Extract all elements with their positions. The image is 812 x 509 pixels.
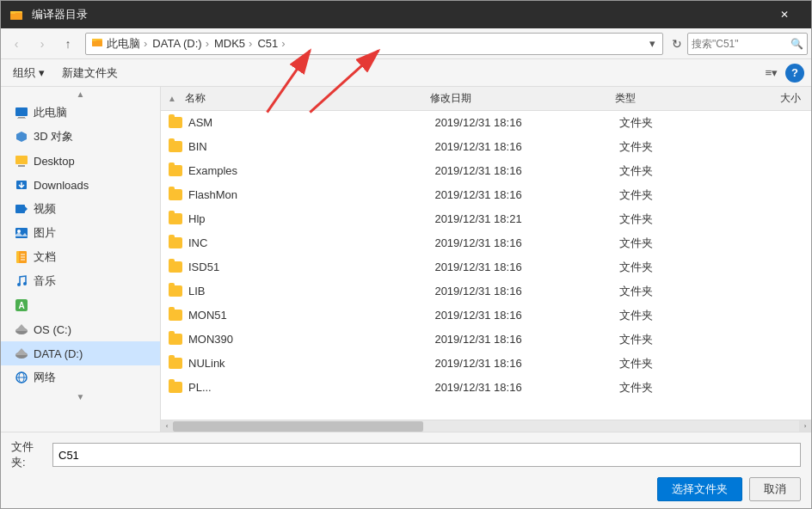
- window-controls: ✕: [765, 1, 804, 28]
- sidebar-label-computer: 此电脑: [34, 105, 67, 120]
- scroll-right-button[interactable]: ›: [799, 420, 811, 432]
- navigation-toolbar: ‹ › ↑ 此电脑 › DATA (D:) › MDK5 ›: [1, 28, 811, 59]
- sidebar-item-3d[interactable]: 3D 对象: [1, 125, 160, 149]
- file-date: 2019/12/31 18:16: [434, 357, 619, 370]
- table-row[interactable]: ASM 2019/12/31 18:16 文件夹: [161, 111, 811, 135]
- table-row[interactable]: Examples 2019/12/31 18:16 文件夹: [161, 159, 811, 183]
- file-date: 2019/12/31 18:16: [434, 309, 619, 322]
- svg-rect-14: [15, 228, 28, 238]
- table-row[interactable]: ISD51 2019/12/31 18:16 文件夹: [161, 255, 811, 279]
- table-row[interactable]: INC 2019/12/31 18:16 文件夹: [161, 231, 811, 255]
- sidebar-label-docs: 文档: [34, 249, 56, 265]
- sidebar-item-downloads[interactable]: Downloads: [1, 173, 160, 197]
- file-type: 文件夹: [619, 308, 742, 323]
- address-part-c51[interactable]: C51 ›: [257, 37, 286, 50]
- file-type: 文件夹: [619, 284, 742, 299]
- sidebar-item-network[interactable]: 网络: [1, 365, 160, 389]
- file-type: 文件夹: [619, 187, 742, 203]
- address-dropdown-button[interactable]: ▾: [648, 37, 657, 50]
- address-part-drive[interactable]: DATA (D:) ›: [152, 37, 211, 50]
- address-part-computer[interactable]: 此电脑 ›: [107, 36, 149, 52]
- sidebar-item-desktop[interactable]: Desktop: [1, 149, 160, 173]
- address-part-mdk5[interactable]: MDK5 ›: [214, 37, 254, 50]
- table-row[interactable]: FlashMon 2019/12/31 18:16 文件夹: [161, 183, 811, 207]
- help-button[interactable]: ?: [785, 64, 804, 83]
- folder-icon: [168, 212, 183, 227]
- scroll-left-button[interactable]: ‹: [161, 420, 173, 432]
- file-date: 2019/12/31 18:16: [434, 285, 619, 297]
- svg-rect-9: [15, 156, 28, 164]
- file-date: 2019/12/31 18:16: [434, 188, 619, 201]
- up-button[interactable]: ↑: [56, 32, 80, 56]
- sidebar-item-docs[interactable]: 文档: [1, 245, 160, 269]
- folder-icon: [168, 236, 183, 251]
- table-row[interactable]: MON390 2019/12/31 18:16 文件夹: [161, 328, 811, 352]
- col-header-size[interactable]: 大小: [738, 91, 804, 106]
- svg-rect-4: [92, 40, 102, 46]
- file-name: MON390: [188, 333, 434, 346]
- forward-button[interactable]: ›: [30, 32, 54, 56]
- table-row[interactable]: Hlp 2019/12/31 18:21 文件夹: [161, 207, 811, 231]
- file-name: LIB: [188, 285, 434, 297]
- sidebar-item-video[interactable]: 视频: [1, 197, 160, 221]
- table-row[interactable]: PL... 2019/12/31 18:16 文件夹: [161, 376, 811, 400]
- sidebar-icon-network: [15, 371, 28, 384]
- sidebar-item-datad[interactable]: DATA (D:): [1, 341, 160, 365]
- organize-button[interactable]: 组织 ▾: [8, 63, 50, 83]
- sidebar-label-downloads: Downloads: [34, 179, 89, 192]
- folder-icon: [168, 308, 183, 323]
- new-folder-button[interactable]: 新建文件夹: [57, 63, 123, 83]
- table-row[interactable]: MON51 2019/12/31 18:16 文件夹: [161, 304, 811, 328]
- select-folder-button[interactable]: 选择文件夹: [657, 477, 742, 501]
- svg-rect-5: [92, 39, 96, 41]
- refresh-button[interactable]: ↻: [668, 37, 686, 51]
- cancel-button[interactable]: 取消: [749, 477, 801, 501]
- sidebar-label-music: 音乐: [34, 273, 56, 289]
- sidebar-scroll-up[interactable]: ▲: [1, 87, 160, 101]
- table-row[interactable]: LIB 2019/12/31 18:16 文件夹: [161, 279, 811, 304]
- table-row[interactable]: BIN 2019/12/31 18:16 文件夹: [161, 135, 811, 159]
- svg-rect-1: [10, 13, 22, 20]
- title-bar: 编译器目录 ✕: [1, 1, 811, 28]
- file-date: 2019/12/31 18:16: [434, 261, 619, 273]
- sidebar-item-pictures[interactable]: 图片: [1, 221, 160, 245]
- file-type: 文件夹: [619, 380, 742, 396]
- col-header-name[interactable]: 名称: [181, 91, 427, 106]
- sidebar-item-app[interactable]: A: [1, 293, 160, 317]
- footer-buttons: 选择文件夹 取消: [11, 477, 801, 501]
- col-header-date[interactable]: 修改日期: [427, 91, 612, 106]
- sidebar-item-computer[interactable]: 此电脑: [1, 101, 160, 125]
- file-date: 2019/12/31 18:16: [434, 116, 619, 129]
- folder-input[interactable]: [52, 443, 801, 467]
- file-date: 2019/12/31 18:16: [434, 140, 619, 153]
- folder-name-row: 文件夹:: [11, 439, 801, 470]
- view-button[interactable]: ≡ ▾: [761, 63, 782, 83]
- file-date: 2019/12/31 18:16: [434, 333, 619, 346]
- folder-icon: [168, 332, 183, 347]
- scroll-thumb[interactable]: [173, 421, 423, 432]
- svg-text:A: A: [18, 301, 24, 310]
- footer: 文件夹: 选择文件夹 取消: [1, 432, 811, 508]
- file-type: 文件夹: [619, 356, 742, 371]
- address-bar[interactable]: 此电脑 › DATA (D:) › MDK5 › C51 › ▾: [85, 33, 663, 55]
- sidebar-item-osc[interactable]: OS (C:): [1, 317, 160, 341]
- search-icon: 🔍: [790, 38, 803, 50]
- close-button[interactable]: ✕: [765, 1, 804, 28]
- svg-rect-2: [10, 11, 15, 14]
- sidebar-label-3d: 3D 对象: [34, 129, 73, 144]
- table-row[interactable]: NULink 2019/12/31 18:16 文件夹: [161, 352, 811, 376]
- svg-marker-13: [25, 206, 28, 212]
- folder-icon: [168, 356, 183, 371]
- sidebar-scroll-down[interactable]: ▼: [1, 389, 160, 403]
- search-input[interactable]: [692, 38, 790, 50]
- back-button[interactable]: ‹: [4, 32, 28, 56]
- sidebar-item-music[interactable]: 音乐: [1, 269, 160, 293]
- file-area: ▲ 名称 修改日期 类型 大小 ASM 2019/12/31 18:16 文件夹…: [161, 87, 811, 432]
- folder-icon: [168, 380, 183, 396]
- col-header-type[interactable]: 类型: [612, 91, 737, 106]
- sidebar-icon-desktop: [15, 154, 28, 168]
- svg-rect-12: [15, 205, 25, 213]
- file-name: MON51: [188, 309, 434, 322]
- file-date: 2019/12/31 18:21: [434, 212, 619, 225]
- sidebar-icon-docs: [15, 250, 28, 264]
